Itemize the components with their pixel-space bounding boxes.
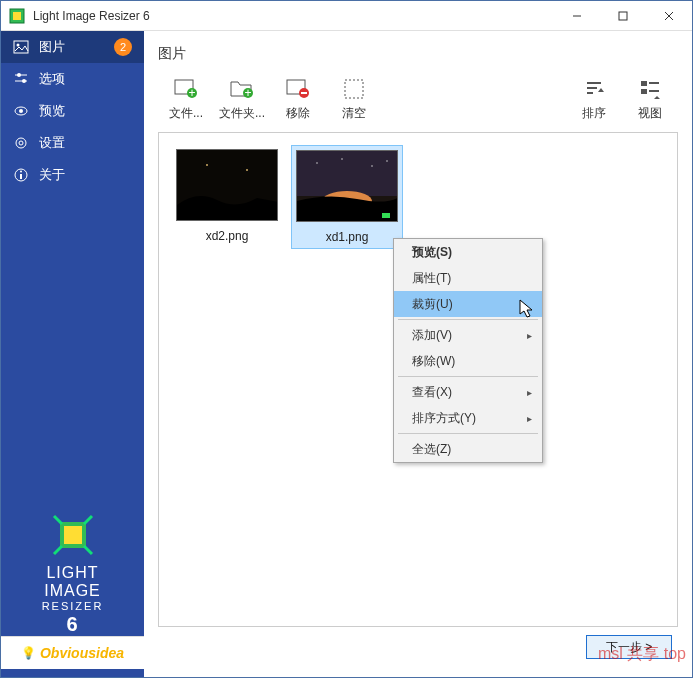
sidebar-item-preview[interactable]: 预览 [1, 95, 144, 127]
ctx-sortby[interactable]: 排序方式(Y)▸ [394, 405, 542, 431]
toolbar-sort[interactable]: 排序 [566, 75, 622, 124]
sidebar-item-settings[interactable]: 设置 [1, 127, 144, 159]
svg-point-42 [371, 165, 372, 166]
sidebar-item-label: 选项 [39, 70, 65, 88]
ctx-selectall[interactable]: 全选(Z) [394, 436, 542, 462]
toolbar-label: 文件夹... [219, 105, 265, 122]
svg-rect-32 [649, 82, 659, 84]
maximize-button[interactable] [600, 1, 646, 31]
thumbnail-image [176, 149, 278, 221]
ctx-crop[interactable]: 裁剪(U) [394, 291, 542, 317]
thumbnail-item[interactable]: xd2.png [171, 145, 283, 249]
sidebar-item-label: 设置 [39, 134, 65, 152]
ctx-separator [398, 433, 538, 434]
sidebar-item-images[interactable]: 图片 2 [1, 31, 144, 63]
sort-icon [579, 77, 609, 101]
sliders-icon [13, 71, 29, 87]
sidebar-item-label: 预览 [39, 102, 65, 120]
view-icon [635, 77, 665, 101]
sidebar-item-about[interactable]: 关于 [1, 159, 144, 191]
svg-rect-3 [619, 12, 627, 20]
toolbar-remove[interactable]: 移除 [270, 75, 326, 124]
app-icon [9, 8, 25, 24]
app-logo-icon [50, 512, 96, 558]
svg-point-35 [246, 169, 248, 171]
thumbnail-image [296, 150, 398, 222]
toolbar-label: 移除 [286, 105, 310, 122]
svg-point-36 [206, 164, 208, 166]
toolbar-clear[interactable]: 清空 [326, 75, 382, 124]
ctx-separator [398, 376, 538, 377]
ctx-view[interactable]: 查看(X)▸ [394, 379, 542, 405]
svg-point-41 [341, 158, 342, 159]
thumbnail-filename: xd2.png [206, 229, 249, 243]
submenu-arrow-icon: ▸ [527, 387, 532, 398]
svg-point-14 [16, 138, 26, 148]
svg-rect-1 [13, 12, 21, 20]
close-button[interactable] [646, 1, 692, 31]
svg-point-11 [22, 79, 26, 83]
svg-text:+: + [188, 86, 195, 100]
sidebar-item-label: 图片 [39, 38, 65, 56]
info-icon [13, 167, 29, 183]
file-add-icon: + [171, 77, 201, 101]
page-title: 图片 [158, 45, 678, 63]
thumbnail-filename: xd1.png [326, 230, 369, 244]
brand-line: RESIZER [42, 600, 104, 613]
svg-point-15 [19, 141, 23, 145]
sidebar: 图片 2 选项 预览 设置 关于 LIGHT [1, 31, 144, 677]
folder-add-icon: + [227, 77, 257, 101]
next-button[interactable]: 下一步 > [586, 635, 672, 659]
bulb-icon: 💡 [21, 646, 36, 660]
toolbar-add-folder[interactable]: + 文件夹... [214, 75, 270, 124]
sidebar-item-label: 关于 [39, 166, 65, 184]
vendor-name: Obviousidea [40, 645, 124, 661]
eye-icon [13, 103, 29, 119]
image-count-badge: 2 [114, 38, 132, 56]
submenu-arrow-icon: ▸ [527, 330, 532, 341]
footer: 下一步 > [158, 627, 678, 667]
toolbar-label: 清空 [342, 105, 366, 122]
clear-icon [339, 77, 369, 101]
svg-rect-20 [64, 526, 82, 544]
context-menu: 预览(S) 属性(T) 裁剪(U) 添加(V)▸ 移除(W) 查看(X)▸ 排序… [393, 238, 543, 463]
svg-rect-38 [297, 151, 398, 196]
gear-icon [13, 135, 29, 151]
brand-line: 6 [42, 613, 104, 636]
toolbar-label: 视图 [638, 105, 662, 122]
svg-rect-28 [301, 92, 307, 94]
svg-text:+: + [244, 86, 251, 100]
vendor-link[interactable]: 💡 Obviousidea [1, 636, 144, 669]
svg-point-40 [316, 162, 317, 163]
ctx-separator [398, 319, 538, 320]
ctx-preview[interactable]: 预览(S) [394, 239, 542, 265]
toolbar: + 文件... + 文件夹... 移除 清空 排序 [158, 75, 678, 124]
brand-line: LIGHT [42, 564, 104, 582]
minimize-button[interactable] [554, 1, 600, 31]
ctx-properties[interactable]: 属性(T) [394, 265, 542, 291]
svg-point-9 [17, 73, 21, 77]
svg-point-43 [386, 160, 387, 161]
ctx-add[interactable]: 添加(V)▸ [394, 322, 542, 348]
toolbar-view[interactable]: 视图 [622, 75, 678, 124]
window-title: Light Image Resizer 6 [33, 9, 554, 23]
ctx-remove[interactable]: 移除(W) [394, 348, 542, 374]
app-window: Light Image Resizer 6 图片 2 选项 预览 设置 [0, 0, 693, 678]
submenu-arrow-icon: ▸ [527, 413, 532, 424]
svg-rect-44 [382, 213, 390, 218]
thumbnail-item[interactable]: xd1.png [291, 145, 403, 249]
toolbar-add-files[interactable]: + 文件... [158, 75, 214, 124]
svg-rect-29 [345, 80, 363, 98]
titlebar: Light Image Resizer 6 [1, 1, 692, 31]
svg-rect-31 [641, 89, 647, 94]
sidebar-item-options[interactable]: 选项 [1, 63, 144, 95]
svg-rect-30 [641, 81, 647, 86]
toolbar-label: 排序 [582, 105, 606, 122]
brand-line: IMAGE [42, 582, 104, 600]
image-icon [13, 39, 29, 55]
sidebar-branding: LIGHT IMAGE RESIZER 6 💡 Obviousidea [1, 506, 144, 677]
toolbar-label: 文件... [169, 105, 203, 122]
svg-point-18 [20, 171, 22, 173]
svg-point-13 [19, 109, 23, 113]
file-remove-icon [283, 77, 313, 101]
